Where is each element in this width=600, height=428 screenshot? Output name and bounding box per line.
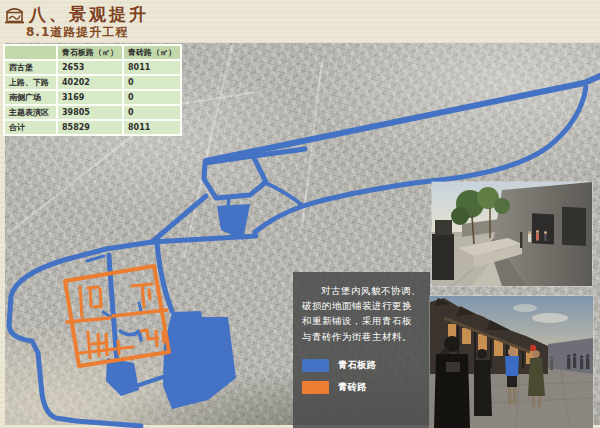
brick-value: 0 xyxy=(123,105,181,120)
legend-label: 青砖路 xyxy=(338,381,367,394)
row-label: 主题表演区 xyxy=(4,105,57,120)
legend-swatch-orange xyxy=(302,381,329,394)
brick-value: 8011 xyxy=(123,60,181,75)
brick-value: 8011 xyxy=(123,120,181,135)
row-label: 合计 xyxy=(4,120,57,135)
description-box: 对古堡内风貌不协调、破损的地面铺装进行更换和重新铺设，采用青石板与青砖作为街巷主… xyxy=(293,272,430,428)
photo-renovated-street xyxy=(432,182,592,286)
row-label: 上路、下路 xyxy=(4,75,57,90)
photo-evening-street xyxy=(430,296,593,428)
table-header-row: 青石板路（㎡） 青砖路（㎡） xyxy=(4,45,181,60)
row-label: 南侧广场 xyxy=(4,90,57,105)
page-subtitle: 8.1道路提升工程 xyxy=(26,24,128,41)
table-row: 上路、下路 40202 0 xyxy=(4,75,181,90)
stone-value: 85829 xyxy=(57,120,123,135)
header-cell-stone: 青石板路（㎡） xyxy=(57,45,123,60)
legend-item-brick-road: 青砖路 xyxy=(302,381,421,394)
table-row: 南侧广场 3169 0 xyxy=(4,90,181,105)
photo-renovated-street-image xyxy=(432,182,592,286)
stone-value: 3169 xyxy=(57,90,123,105)
map-legend: 青石板路 青砖路 xyxy=(302,359,421,394)
photo-evening-street-image xyxy=(430,296,593,428)
slide: 八、景观提升 8.1道路提升工程 青石板路（㎡） 青砖路（㎡） 西古堡 2653… xyxy=(0,0,600,428)
area-table: 青石板路（㎡） 青砖路（㎡） 西古堡 2653 8011 上路、下路 40202… xyxy=(3,44,182,136)
header: 八、景观提升 xyxy=(4,3,149,25)
description-text: 对古堡内风貌不协调、破损的地面铺装进行更换和重新铺设，采用青石板与青砖作为街巷主… xyxy=(302,283,421,344)
header-cell-brick: 青砖路（㎡） xyxy=(123,45,181,60)
table-row: 西古堡 2653 8011 xyxy=(4,60,181,75)
legend-label: 青石板路 xyxy=(338,359,376,372)
pavilion-seal-icon xyxy=(4,5,25,25)
legend-swatch-blue xyxy=(302,359,329,372)
table-row: 主题表演区 39805 0 xyxy=(4,105,181,120)
stone-value: 39805 xyxy=(57,105,123,120)
stone-value: 2653 xyxy=(57,60,123,75)
brick-value: 0 xyxy=(123,75,181,90)
table-total-row: 合计 85829 8011 xyxy=(4,120,181,135)
stone-value: 40202 xyxy=(57,75,123,90)
brick-value: 0 xyxy=(123,90,181,105)
header-cell-blank xyxy=(4,45,57,60)
row-label: 西古堡 xyxy=(4,60,57,75)
legend-item-stone-road: 青石板路 xyxy=(302,359,421,372)
page-title: 八、景观提升 xyxy=(29,3,149,25)
